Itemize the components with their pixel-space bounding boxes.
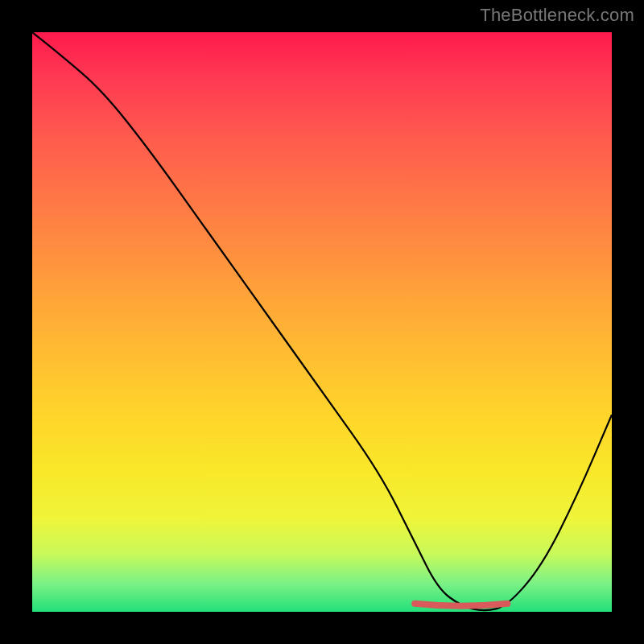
- bottleneck-curve: [32, 32, 612, 612]
- watermark-text: TheBottleneck.com: [480, 5, 634, 26]
- optimal-range-highlight: [415, 604, 507, 606]
- chart-plot-area: [32, 32, 612, 612]
- curve-path: [32, 32, 612, 610]
